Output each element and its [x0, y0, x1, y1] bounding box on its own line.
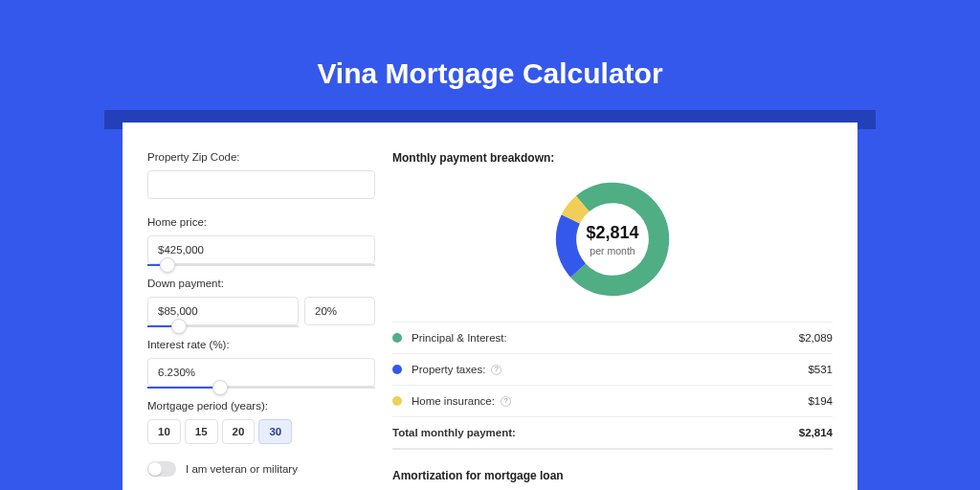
legend-amount: $2,089 [799, 332, 833, 344]
info-icon[interactable]: ? [501, 396, 511, 407]
legend-dot [392, 396, 402, 406]
legend-total-label: Total monthly payment: [392, 427, 799, 438]
home-price-input[interactable] [147, 235, 375, 264]
period-option-30[interactable]: 30 [258, 419, 292, 444]
legend-row: Home insurance:?$194 [392, 386, 833, 417]
breakdown-legend: Principal & Interest:$2,089Property taxe… [392, 322, 833, 450]
period-option-10[interactable]: 10 [147, 419, 181, 444]
period-segmented: 10152030 [147, 419, 375, 444]
down-payment-group: Down payment: [147, 278, 375, 327]
veteran-row: I am veteran or military [147, 461, 375, 477]
breakdown-column: Monthly payment breakdown: $2,814 per mo… [375, 122, 858, 490]
down-payment-slider[interactable] [147, 325, 299, 327]
info-icon[interactable]: ? [491, 365, 501, 375]
donut-value: $2,814 [586, 223, 638, 243]
home-price-slider-thumb[interactable] [160, 257, 175, 273]
down-payment-amount-input[interactable] [147, 297, 299, 325]
calculator-card: Property Zip Code: Home price: Down paym… [122, 122, 858, 490]
home-price-label: Home price: [147, 216, 375, 228]
interest-rate-slider-thumb[interactable] [212, 380, 228, 395]
veteran-toggle-knob [148, 462, 162, 476]
period-label: Mortgage period (years): [147, 400, 375, 412]
legend-dot [392, 365, 402, 374]
down-payment-slider-thumb[interactable] [171, 319, 187, 334]
veteran-label: I am veteran or military [186, 463, 298, 475]
legend-dot [392, 333, 402, 343]
form-column: Property Zip Code: Home price: Down paym… [122, 122, 375, 490]
zip-label: Property Zip Code: [147, 151, 375, 163]
legend-amount: $531 [808, 364, 833, 375]
interest-rate-input[interactable] [147, 358, 375, 387]
donut-sub: per month [590, 245, 635, 256]
period-option-20[interactable]: 20 [222, 419, 256, 444]
legend-amount: $194 [808, 395, 833, 407]
period-option-15[interactable]: 15 [185, 419, 218, 444]
down-payment-label: Down payment: [147, 278, 375, 289]
interest-rate-group: Interest rate (%): [147, 339, 375, 389]
home-price-group: Home price: [147, 216, 375, 266]
legend-row: Property taxes:?$531 [392, 354, 833, 386]
legend-row: Principal & Interest:$2,089 [392, 323, 833, 354]
interest-rate-slider[interactable] [147, 387, 375, 389]
period-group: Mortgage period (years): 10152030 [147, 400, 375, 444]
legend-label: Property taxes:? [412, 364, 808, 375]
down-payment-pct-input[interactable] [304, 297, 375, 325]
donut-chart: $2,814 per month [551, 178, 674, 301]
home-price-slider[interactable] [147, 264, 375, 266]
interest-rate-label: Interest rate (%): [147, 339, 375, 350]
zip-input[interactable] [147, 170, 375, 199]
legend-label: Principal & Interest: [412, 332, 799, 344]
page-title: Vina Mortgage Calculator [0, 0, 980, 90]
amortization-title: Amortization for mortgage loan [392, 469, 833, 482]
legend-total-amount: $2,814 [799, 427, 833, 438]
legend-label: Home insurance:? [412, 395, 808, 407]
legend-total-row: Total monthly payment:$2,814 [392, 417, 833, 450]
veteran-toggle[interactable] [147, 461, 176, 477]
zip-group: Property Zip Code: [147, 151, 375, 199]
